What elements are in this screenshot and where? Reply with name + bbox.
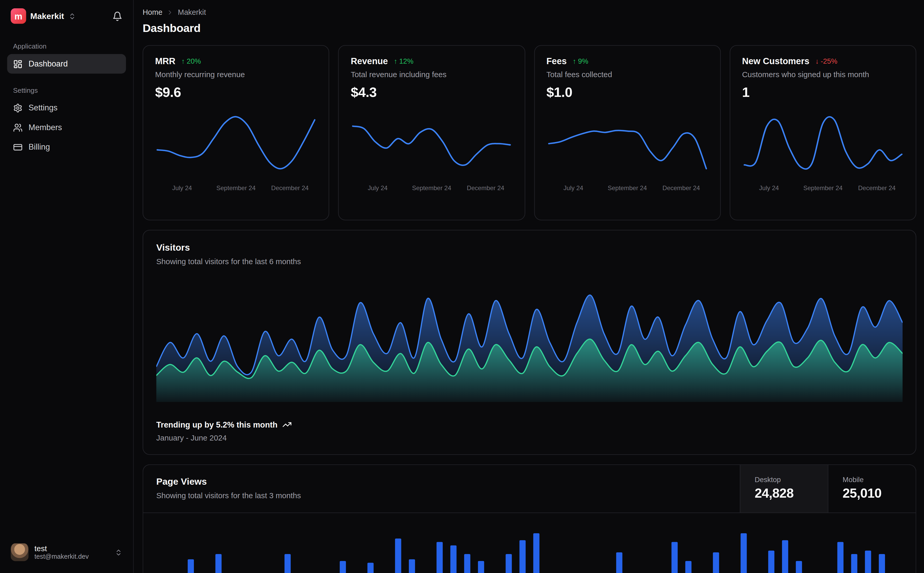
- workspace-name: Makerkit: [30, 11, 64, 21]
- stat-subtitle: Monthly recurring revenue: [155, 70, 317, 79]
- trend-badge: ↓ -25%: [815, 56, 838, 65]
- x-axis-ticks: July 24September 24December 24: [351, 184, 512, 191]
- logo-letter: m: [14, 11, 23, 21]
- page-views-subtitle: Showing total visitors for the last 3 mo…: [156, 491, 727, 500]
- notifications-bell-icon[interactable]: [112, 11, 122, 21]
- revenue-sparkline-chart: [351, 110, 512, 180]
- users-icon: [13, 123, 23, 132]
- x-axis-ticks: July 24September 24December 24: [546, 184, 708, 191]
- x-axis-ticks: July 24September 24December 24: [155, 184, 317, 191]
- breadcrumb-home[interactable]: Home: [143, 8, 162, 17]
- nav-section-settings: Settings: [7, 87, 126, 94]
- user-avatar: [11, 543, 28, 561]
- user-menu[interactable]: test test@makerkit.dev: [7, 540, 126, 565]
- arrow-down-icon: ↓: [815, 56, 819, 65]
- user-email: test@makerkit.dev: [35, 553, 89, 561]
- dashboard-icon: [13, 59, 23, 69]
- chevrons-up-down-icon: [115, 548, 122, 556]
- arrow-up-icon: ↑: [573, 56, 576, 65]
- page-views-title: Page Views: [156, 476, 727, 487]
- breadcrumb: Home Makerkit: [143, 8, 916, 17]
- x-axis-ticks: July 24September 24December 24: [742, 184, 904, 191]
- sidebar-item-label: Billing: [28, 142, 50, 152]
- sidebar-item-members[interactable]: Members: [7, 117, 126, 137]
- stat-card-revenue: Revenue ↑ 12% Total revenue including fe…: [338, 45, 525, 220]
- toggle-desktop[interactable]: Desktop 24,828: [740, 465, 828, 512]
- stat-card-new-customers: New Customers ↓ -25% Customers who signe…: [729, 45, 916, 220]
- stat-subtitle: Total fees collected: [546, 70, 708, 79]
- toggle-mobile[interactable]: Mobile 25,010: [828, 465, 916, 512]
- visitors-subtitle: Showing total visitors for the last 6 mo…: [156, 257, 902, 266]
- app-root: m Makerkit Application Dashboard Setting…: [0, 0, 924, 573]
- stat-subtitle: Total revenue including fees: [351, 70, 512, 79]
- stat-title: Revenue: [351, 56, 388, 66]
- stat-value: 1: [742, 85, 904, 100]
- credit-card-icon: [13, 142, 23, 152]
- trending-up-icon: [282, 420, 292, 429]
- trend-badge: ↑ 20%: [181, 56, 201, 65]
- visitors-footer: Trending up by 5.2% this month: [156, 420, 902, 429]
- stat-card-fees: Fees ↑ 9% Total fees collected $1.0 July…: [534, 45, 720, 220]
- breadcrumb-current: Makerkit: [178, 8, 206, 17]
- visitors-area-chart: [156, 286, 902, 402]
- sidebar-item-billing[interactable]: Billing: [7, 137, 126, 157]
- makerkit-logo: m: [11, 8, 26, 23]
- stat-subtitle: Customers who signed up this month: [742, 70, 904, 79]
- stat-title: New Customers: [742, 56, 809, 66]
- page-views-header: Page Views Showing total visitors for th…: [143, 465, 916, 513]
- trend-value: -25%: [821, 56, 838, 65]
- trend-summary-text: Trending up by 5.2% this month: [156, 420, 277, 429]
- workspace-switcher[interactable]: m Makerkit: [7, 6, 126, 26]
- sidebar-item-label: Dashboard: [28, 59, 68, 68]
- gear-icon: [13, 103, 23, 113]
- chevrons-up-down-icon: [68, 12, 76, 20]
- mrr-sparkline-chart: [155, 110, 317, 180]
- arrow-up-icon: ↑: [181, 56, 185, 65]
- visitors-card: Visitors Showing total visitors for the …: [143, 230, 916, 455]
- nav-section-application: Application: [7, 43, 126, 50]
- trend-value: 9%: [578, 56, 588, 65]
- trend-value: 20%: [187, 56, 201, 65]
- stat-card-mrr: MRR ↑ 20% Monthly recurring revenue $9.6…: [143, 45, 329, 220]
- arrow-up-icon: ↑: [394, 56, 397, 65]
- desktop-label: Desktop: [755, 475, 813, 484]
- desktop-value: 24,828: [755, 485, 813, 501]
- main-content: Home Makerkit Dashboard MRR ↑ 20% Monthl…: [133, 0, 924, 573]
- trend-badge: ↑ 12%: [394, 56, 414, 65]
- sidebar-item-settings[interactable]: Settings: [7, 98, 126, 117]
- stat-title: MRR: [155, 56, 176, 66]
- stat-cards-row: MRR ↑ 20% Monthly recurring revenue $9.6…: [143, 45, 916, 220]
- visitors-date-range: January - June 2024: [156, 434, 902, 442]
- trend-badge: ↑ 9%: [573, 56, 588, 65]
- stat-title: Fees: [546, 56, 566, 66]
- new-customers-sparkline-chart: [742, 110, 904, 180]
- page-views-bar-chart: [156, 529, 902, 573]
- page-views-card: Page Views Showing total visitors for th…: [143, 465, 916, 573]
- sidebar-item-dashboard[interactable]: Dashboard: [7, 54, 126, 74]
- sidebar-item-label: Members: [28, 123, 62, 132]
- fees-sparkline-chart: [546, 110, 708, 180]
- mobile-value: 25,010: [842, 485, 901, 501]
- visitors-title: Visitors: [156, 242, 902, 253]
- user-name: test: [35, 544, 89, 553]
- mobile-label: Mobile: [842, 475, 901, 484]
- page-title: Dashboard: [143, 22, 916, 35]
- trend-value: 12%: [399, 56, 414, 65]
- sidebar-item-label: Settings: [28, 103, 58, 112]
- chevron-right-icon: [166, 9, 174, 16]
- stat-value: $1.0: [546, 85, 708, 100]
- user-meta: test test@makerkit.dev: [35, 544, 89, 561]
- stat-value: $9.6: [155, 85, 317, 100]
- stat-value: $4.3: [351, 85, 512, 100]
- sidebar: m Makerkit Application Dashboard Setting…: [0, 0, 133, 573]
